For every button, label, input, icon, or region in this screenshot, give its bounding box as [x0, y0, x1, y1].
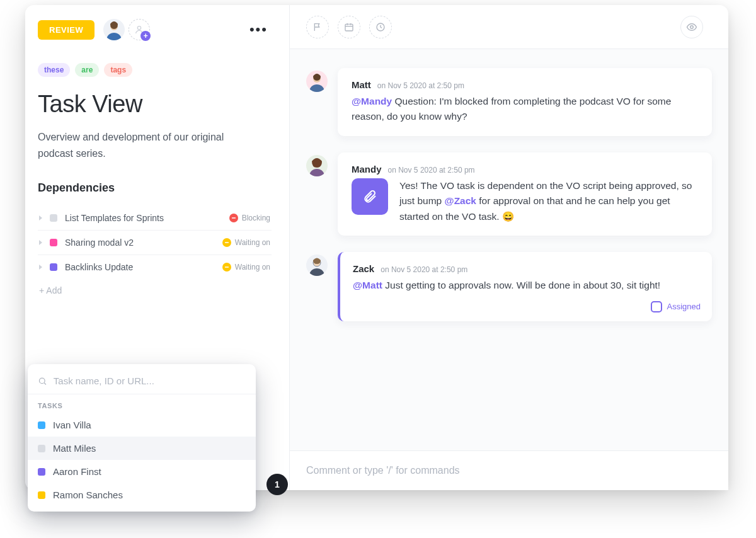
status-dot	[50, 239, 57, 246]
tag[interactable]: are	[75, 63, 99, 77]
watchers-button[interactable]	[680, 16, 703, 38]
comment-author: Matt	[352, 79, 371, 90]
status-dot	[38, 468, 45, 476]
due-date-button[interactable]	[338, 16, 360, 38]
comment-timestamp: on Nov 5 2020 at 2:50 pm	[381, 265, 467, 274]
chevron-right-icon	[39, 240, 42, 245]
comment: Matt on Nov 5 2020 at 2:50 pm @Mandy Que…	[306, 68, 712, 136]
comment-input[interactable]	[306, 465, 712, 476]
mention[interactable]: @Zack	[445, 195, 476, 206]
svg-point-1	[138, 26, 141, 30]
mention[interactable]: @Matt	[353, 280, 382, 290]
dependencies-list: List Templates for Sprints Blocking Shar…	[38, 206, 272, 279]
left-header: REVIEW + •••	[38, 18, 272, 42]
svg-point-5	[39, 378, 45, 384]
more-menu-button[interactable]: •••	[246, 18, 272, 42]
comment-body: Yes! The VO task is dependent on the VO …	[399, 178, 698, 224]
dependency-status: Waiting on	[222, 263, 270, 272]
svg-rect-3	[225, 242, 229, 243]
comment-author: Zack	[353, 263, 374, 274]
comment-text: Just getting to approvals now. Will be d…	[382, 280, 660, 290]
comment-bubble[interactable]: Zack on Nov 5 2020 at 2:50 pm @Matt Just…	[338, 252, 712, 321]
task-option[interactable]: Ivan Villa	[28, 413, 256, 437]
dependency-name: Backlinks Update	[65, 262, 133, 272]
comment: Zack on Nov 5 2020 at 2:50 pm @Matt Just…	[306, 252, 712, 321]
add-assignee-button[interactable]: +	[129, 19, 150, 40]
dependency-status: Blocking	[229, 214, 270, 222]
svg-rect-7	[345, 24, 353, 31]
clock-icon	[375, 22, 386, 32]
assigned-chip[interactable]: Assigned	[651, 301, 701, 312]
task-option-label: Aaron Finst	[53, 466, 101, 477]
dependency-status: Waiting on	[222, 238, 270, 247]
svg-rect-4	[225, 266, 229, 268]
status-dot	[38, 445, 45, 452]
comment-bubble[interactable]: Mandy on Nov 5 2020 at 2:50 pm Yes! The …	[338, 152, 712, 236]
search-icon	[38, 376, 47, 386]
popover-search-row	[28, 372, 256, 394]
comment-avatar	[306, 71, 328, 92]
comment-bubble[interactable]: Matt on Nov 5 2020 at 2:50 pm @Mandy Que…	[338, 68, 712, 136]
task-description[interactable]: Overview and development of our original…	[38, 129, 252, 161]
add-dependency-button[interactable]: + Add	[38, 279, 272, 302]
task-search-popover: TASKS Ivan Villa Matt Miles Aaron Finst …	[28, 364, 256, 512]
task-title[interactable]: Task View	[38, 91, 272, 118]
comment: Mandy on Nov 5 2020 at 2:50 pm Yes! The …	[306, 152, 712, 236]
dependency-status-label: Blocking	[242, 214, 270, 222]
chevron-right-icon	[39, 215, 42, 220]
status-dot	[38, 421, 45, 429]
comments-feed: Matt on Nov 5 2020 at 2:50 pm @Mandy Que…	[290, 49, 728, 450]
comment-text: Question: I'm blocked from completing th…	[352, 96, 671, 122]
dependency-name: List Templates for Sprints	[65, 213, 164, 223]
task-option[interactable]: Ramon Sanches	[28, 483, 256, 507]
status-dot	[50, 263, 57, 271]
plus-icon: +	[140, 31, 151, 41]
assigned-label: Assigned	[667, 302, 701, 311]
task-option-label: Matt Miles	[53, 443, 96, 454]
comment-timestamp: on Nov 5 2020 at 2:50 pm	[377, 81, 464, 90]
checkbox-icon	[651, 301, 662, 312]
task-search-input[interactable]	[54, 375, 246, 386]
review-status-button[interactable]: REVIEW	[38, 20, 94, 40]
right-header	[290, 5, 728, 49]
flag-icon	[312, 22, 323, 32]
paperclip-icon	[362, 189, 377, 204]
task-option-label: Ramon Sanches	[53, 489, 123, 500]
comment-avatar	[306, 255, 328, 276]
left-panel: REVIEW + ••• these are tags Task View Ov…	[25, 5, 290, 490]
dependency-status-label: Waiting on	[235, 263, 270, 272]
comment-author: Mandy	[352, 164, 382, 175]
dependency-row[interactable]: Backlinks Update Waiting on	[38, 255, 272, 279]
dependency-name: Sharing modal v2	[65, 238, 134, 248]
dependencies-heading: Dependencies	[38, 181, 272, 195]
comment-body: @Mandy Question: I'm blocked from comple…	[352, 94, 698, 125]
blocking-icon	[229, 214, 238, 222]
task-option[interactable]: Aaron Finst	[28, 460, 256, 483]
assignee-avatar[interactable]	[103, 19, 125, 40]
calendar-icon	[344, 22, 354, 32]
status-dot	[38, 491, 45, 499]
tag[interactable]: tags	[104, 63, 132, 77]
priority-flag-button[interactable]	[306, 16, 329, 38]
dependency-row[interactable]: Sharing modal v2 Waiting on	[38, 231, 272, 255]
comment-timestamp: on Nov 5 2020 at 2:50 pm	[388, 166, 475, 175]
attachment-thumbnail[interactable]	[352, 178, 388, 215]
tags-row: these are tags	[38, 63, 272, 77]
task-option[interactable]: Matt Miles	[28, 437, 256, 460]
chevron-right-icon	[39, 265, 42, 270]
right-panel: Matt on Nov 5 2020 at 2:50 pm @Mandy Que…	[290, 5, 728, 490]
tag[interactable]: these	[38, 63, 70, 77]
task-option-label: Ivan Villa	[53, 420, 91, 430]
count-badge[interactable]: 1	[266, 474, 288, 495]
time-tracking-button[interactable]	[369, 16, 392, 38]
comment-avatar	[306, 155, 328, 176]
mention[interactable]: @Mandy	[352, 96, 392, 106]
comment-composer	[290, 450, 728, 490]
eye-icon	[686, 21, 697, 33]
svg-rect-2	[231, 217, 235, 219]
waiting-icon	[222, 263, 231, 272]
dependency-row[interactable]: List Templates for Sprints Blocking	[38, 206, 272, 231]
waiting-icon	[222, 238, 231, 247]
popover-group-label: TASKS	[28, 394, 256, 413]
svg-line-6	[44, 382, 46, 384]
